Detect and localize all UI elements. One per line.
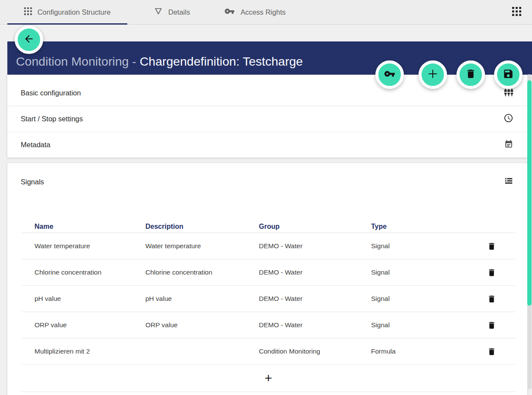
delete-row-button[interactable] bbox=[487, 321, 515, 330]
page-title-highlight: Chargendefinition: Testcharge bbox=[140, 54, 303, 68]
cell-description: ORP value bbox=[145, 321, 259, 329]
page-title-prefix: Condition Monitoring - bbox=[16, 54, 140, 68]
cell-type: Signal bbox=[371, 321, 472, 329]
section-metadata[interactable]: Metadata bbox=[7, 132, 527, 158]
column-header-name: Name bbox=[35, 223, 145, 231]
vertical-scrollbar-thumb[interactable] bbox=[527, 80, 532, 306]
plus-icon: + bbox=[264, 371, 272, 386]
delete-row-button[interactable] bbox=[487, 268, 515, 277]
section-basic-configuration[interactable]: Basic configuration bbox=[7, 80, 527, 106]
section-start-stop-settings[interactable]: Start / Stop settings bbox=[7, 106, 527, 132]
cell-name: Chlorine concentration bbox=[35, 269, 145, 276]
key-icon bbox=[384, 68, 395, 81]
signals-card: Signals Name Description Group Type Wate… bbox=[7, 163, 527, 395]
tab-details[interactable]: Details bbox=[154, 7, 190, 17]
top-tab-bar: Configuration Structure Details Access R… bbox=[0, 0, 532, 25]
cell-type: Signal bbox=[371, 269, 472, 276]
cell-type: Signal bbox=[371, 242, 472, 250]
apps-menu-button[interactable] bbox=[512, 7, 521, 18]
section-label: Basic configuration bbox=[21, 89, 81, 97]
section-label: Metadata bbox=[21, 141, 50, 149]
add-signal-button[interactable]: + bbox=[22, 365, 515, 392]
trash-icon bbox=[487, 294, 496, 303]
cell-group: Condition Monitoring bbox=[259, 348, 371, 355]
cell-description: Chlorine concentration bbox=[145, 269, 259, 276]
column-header-type: Type bbox=[371, 223, 472, 231]
tab-label: Details bbox=[168, 8, 190, 16]
table-row[interactable]: Multiplizieren mit 2 Condition Monitorin… bbox=[22, 338, 515, 365]
signals-table: Name Description Group Type Water temper… bbox=[22, 220, 515, 392]
table-row[interactable]: Chlorine concentration Chlorine concentr… bbox=[22, 259, 515, 286]
table-row[interactable]: pH value pH value DEMO - Water Signal bbox=[22, 286, 515, 312]
tab-label: Access Rights bbox=[240, 8, 286, 16]
save-action-button[interactable] bbox=[494, 60, 523, 89]
cell-group: DEMO - Water bbox=[259, 269, 371, 276]
cell-name: Multiplizieren mit 2 bbox=[35, 348, 145, 355]
funnel-icon bbox=[154, 7, 163, 17]
page-title: Condition Monitoring - Chargendefinition… bbox=[16, 54, 303, 69]
tab-configuration-structure[interactable]: Configuration Structure bbox=[7, 7, 127, 17]
tab-access-rights[interactable]: Access Rights bbox=[224, 6, 286, 18]
trash-icon bbox=[487, 321, 496, 330]
column-header-description: Description bbox=[145, 223, 259, 231]
list-icon[interactable] bbox=[504, 176, 513, 187]
clock-icon bbox=[504, 113, 513, 125]
calendar-note-icon bbox=[504, 139, 513, 151]
cell-group: DEMO - Water bbox=[259, 295, 371, 303]
cell-description: pH value bbox=[145, 295, 259, 303]
page-header: Condition Monitoring - Chargendefinition… bbox=[7, 41, 532, 75]
key-icon bbox=[224, 6, 235, 18]
cell-name: ORP value bbox=[35, 321, 145, 329]
delete-action-button[interactable] bbox=[456, 60, 485, 89]
grid-icon bbox=[24, 7, 32, 17]
column-header-group: Group bbox=[259, 223, 371, 231]
trash-icon bbox=[465, 68, 476, 81]
cell-type: Formula bbox=[371, 348, 472, 355]
cell-description: Water temperature bbox=[145, 242, 259, 250]
tab-label: Configuration Structure bbox=[38, 8, 111, 16]
active-tab-underline bbox=[7, 23, 127, 25]
trash-icon bbox=[487, 347, 496, 356]
delete-row-button[interactable] bbox=[487, 294, 515, 303]
signals-title: Signals bbox=[21, 178, 44, 186]
back-button[interactable] bbox=[15, 25, 43, 54]
add-action-button[interactable] bbox=[419, 60, 447, 89]
cell-name: Water temperature bbox=[35, 242, 145, 250]
signals-table-header: Name Description Group Type bbox=[22, 220, 515, 233]
section-label: Start / Stop settings bbox=[21, 115, 83, 123]
delete-row-button[interactable] bbox=[487, 347, 515, 356]
cell-type: Signal bbox=[371, 295, 472, 303]
plus-icon bbox=[426, 67, 439, 82]
vertical-scrollbar-track[interactable] bbox=[527, 74, 532, 389]
cell-name: pH value bbox=[35, 295, 145, 303]
save-icon bbox=[503, 68, 514, 81]
trash-icon bbox=[487, 242, 496, 251]
configuration-sections-card: Basic configuration Start / Stop setting… bbox=[7, 75, 527, 158]
table-row[interactable]: ORP value ORP value DEMO - Water Signal bbox=[22, 312, 515, 338]
cell-group: DEMO - Water bbox=[259, 321, 371, 329]
trash-icon bbox=[487, 268, 496, 277]
delete-row-button[interactable] bbox=[487, 242, 515, 251]
arrow-left-icon bbox=[23, 33, 35, 46]
table-row[interactable]: Water temperature Water temperature DEMO… bbox=[22, 233, 515, 259]
cell-group: DEMO - Water bbox=[259, 242, 371, 250]
apps-grid-icon bbox=[512, 7, 521, 18]
access-rights-action-button[interactable] bbox=[375, 60, 404, 89]
